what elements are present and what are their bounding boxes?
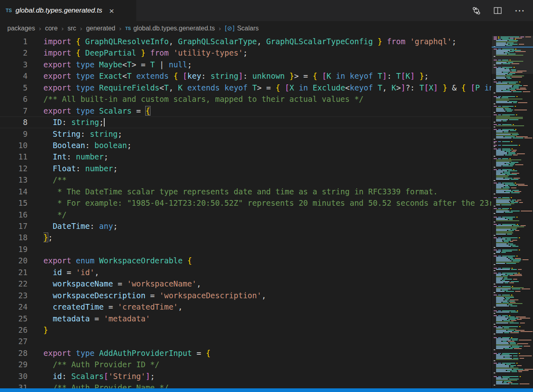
line-number[interactable]: 22 <box>0 278 28 289</box>
line-number[interactable]: 8 <box>0 116 28 128</box>
line-number[interactable]: 11 <box>0 151 28 162</box>
code-text[interactable]: import { GraphQLResolveInfo, GraphQLScal… <box>43 36 492 47</box>
more-actions-icon[interactable]: ⋯ <box>514 9 525 13</box>
code-text[interactable]: /** Auth Provider Name */ <box>43 382 492 388</box>
code-text[interactable]: Boolean: boolean; <box>43 140 492 151</box>
code-line[interactable]: 26} <box>0 324 492 336</box>
split-editor-icon[interactable] <box>493 6 502 15</box>
code-line[interactable]: 13 /** <box>0 174 492 185</box>
code-text[interactable]: export type RequireFields<T, K extends k… <box>43 82 492 93</box>
open-changes-icon[interactable] <box>472 6 481 15</box>
code-line[interactable]: 15 * For example: "1985-04-12T23:20:50.5… <box>0 197 492 209</box>
breadcrumb-item-packages[interactable]: packages <box>7 25 35 32</box>
line-number[interactable]: 29 <box>0 359 28 370</box>
code-line[interactable]: 12 Float: number; <box>0 163 492 174</box>
code-text[interactable]: export type Scalars = { <box>43 105 492 116</box>
code-line[interactable]: 17 DateTime: any; <box>0 220 492 232</box>
breadcrumb-item-src[interactable]: src <box>67 25 76 32</box>
code-line[interactable]: 10 Boolean: boolean; <box>0 140 492 151</box>
code-text[interactable]: workspaceName = 'workspaceName', <box>43 278 492 289</box>
code-line[interactable]: 30 id: Scalars['String']; <box>0 370 492 382</box>
code-text[interactable]: Float: number; <box>43 163 492 174</box>
code-line[interactable]: 25 metadata = 'metadata' <box>0 313 492 324</box>
code-line[interactable]: 7export type Scalars = { <box>0 105 492 116</box>
line-number[interactable]: 9 <box>0 128 28 140</box>
line-number[interactable]: 26 <box>0 324 28 336</box>
code-text[interactable]: } <box>43 324 492 336</box>
tab-global-db-types[interactable]: TS global.db.types.generated.ts × <box>0 0 136 21</box>
line-number[interactable]: 28 <box>0 347 28 359</box>
line-number[interactable]: 14 <box>0 186 28 197</box>
code-line[interactable]: 28export type AddAuthProviderInput = { <box>0 347 492 359</box>
minimap[interactable] <box>491 36 533 388</box>
line-number[interactable]: 2 <box>0 47 28 58</box>
line-number[interactable]: 7 <box>0 105 28 116</box>
code-text[interactable]: Int: number; <box>43 151 492 162</box>
code-line[interactable]: 14 * The DateTime scalar type represents… <box>0 186 492 197</box>
code-text[interactable]: import { DeepPartial } from 'utility-typ… <box>43 47 492 58</box>
line-number[interactable]: 13 <box>0 174 28 185</box>
line-number[interactable]: 6 <box>0 93 28 105</box>
code-text[interactable]: }; <box>43 232 492 243</box>
code-line[interactable]: 11 Int: number; <box>0 151 492 162</box>
code-line[interactable]: 5export type RequireFields<T, K extends … <box>0 82 492 93</box>
code-text[interactable]: export enum WorkspaceOrderable { <box>43 255 492 266</box>
code-text[interactable]: id: Scalars['String']; <box>43 370 492 382</box>
code-text[interactable]: createdTime = 'createdTime', <box>43 301 492 312</box>
code-line[interactable]: 16 */ <box>0 209 492 220</box>
code-line[interactable]: 3export type Maybe<T> = T | null; <box>0 59 492 70</box>
code-line[interactable]: 2import { DeepPartial } from 'utility-ty… <box>0 47 492 58</box>
code-text[interactable]: * The DateTime scalar type represents da… <box>43 186 492 197</box>
line-number[interactable]: 21 <box>0 267 28 278</box>
code-text[interactable]: DateTime: any; <box>43 220 492 232</box>
code-line[interactable]: 20export enum WorkspaceOrderable { <box>0 255 492 266</box>
code-text[interactable]: id = 'id', <box>43 267 492 278</box>
line-number[interactable]: 10 <box>0 140 28 151</box>
breadcrumb-item-global-db-types-generated-ts[interactable]: TSglobal.db.types.generated.ts <box>125 25 215 32</box>
code-text[interactable]: ID: string; <box>43 116 492 128</box>
code-line[interactable]: 29 /** Auth Provider ID */ <box>0 359 492 370</box>
code-text[interactable]: String: string; <box>43 128 492 140</box>
code-text[interactable]: metadata = 'metadata' <box>43 313 492 324</box>
close-icon[interactable]: × <box>109 6 114 15</box>
line-number[interactable]: 20 <box>0 255 28 266</box>
line-number[interactable]: 12 <box>0 163 28 174</box>
line-number[interactable]: 23 <box>0 290 28 301</box>
code-line[interactable]: 1import { GraphQLResolveInfo, GraphQLSca… <box>0 36 492 47</box>
code-line[interactable]: 18}; <box>0 232 492 243</box>
code-line[interactable]: 23 workspaceDescription = 'workspaceDesc… <box>0 290 492 301</box>
code-text[interactable]: /** All built-in and custom scalars, map… <box>43 93 492 105</box>
code-line[interactable]: 27 <box>0 336 492 347</box>
line-number[interactable]: 5 <box>0 82 28 93</box>
line-number[interactable]: 4 <box>0 70 28 82</box>
breadcrumb-item-core[interactable]: core <box>45 25 58 32</box>
line-number[interactable]: 31 <box>0 382 28 388</box>
code-line[interactable]: 19 <box>0 243 492 255</box>
line-number[interactable]: 24 <box>0 301 28 312</box>
code-text[interactable]: */ <box>43 209 492 220</box>
line-number[interactable]: 18 <box>0 232 28 243</box>
line-number[interactable]: 25 <box>0 313 28 324</box>
code-text[interactable] <box>43 336 492 347</box>
line-number[interactable]: 17 <box>0 220 28 232</box>
line-number[interactable]: 3 <box>0 59 28 70</box>
line-number[interactable]: 19 <box>0 243 28 255</box>
code-line[interactable]: 6/** All built-in and custom scalars, ma… <box>0 93 492 105</box>
breadcrumb-item-generated[interactable]: generated <box>86 25 115 32</box>
code-text[interactable]: workspaceDescription = 'workspaceDescrip… <box>43 290 492 301</box>
code-line[interactable]: 31 /** Auth Provider Name */ <box>0 382 492 388</box>
line-number[interactable]: 15 <box>0 197 28 209</box>
line-number[interactable]: 16 <box>0 209 28 220</box>
code-line[interactable]: 22 workspaceName = 'workspaceName', <box>0 278 492 289</box>
breadcrumb-item-scalars[interactable]: [⊘]Scalars <box>225 25 259 32</box>
code-text[interactable]: export type Maybe<T> = T | null; <box>43 59 492 70</box>
code-line[interactable]: 21 id = 'id', <box>0 267 492 278</box>
code-text[interactable]: * For example: "1985-04-12T23:20:50.52Z"… <box>43 197 492 209</box>
code-line[interactable]: 9 String: string; <box>0 128 492 140</box>
code-line[interactable]: 24 createdTime = 'createdTime', <box>0 301 492 312</box>
code-text[interactable] <box>43 243 492 255</box>
code-line[interactable]: 8 ID: string; <box>0 116 492 128</box>
code-text[interactable]: export type AddAuthProviderInput = { <box>43 347 492 359</box>
line-number[interactable]: 30 <box>0 370 28 382</box>
code-text[interactable]: /** <box>43 174 492 185</box>
